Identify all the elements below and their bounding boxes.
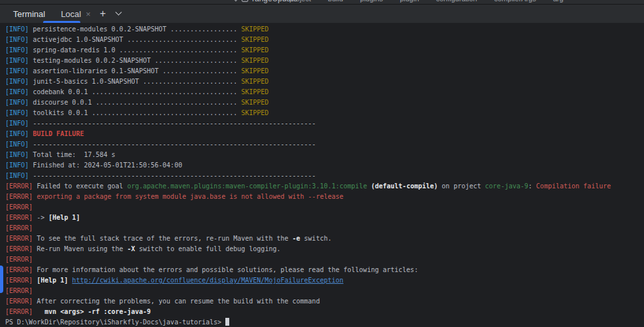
terminal-line: [INFO] discourse 0.0.1 .................… (5, 97, 644, 108)
terminal-text-segment: SKIPPED (241, 36, 268, 43)
terminal-text-segment: [INFO] (5, 36, 33, 43)
chevron-down-icon[interactable] (116, 9, 122, 15)
terminal-text-segment: [ERROR] (5, 245, 37, 252)
terminal-text-segment: To see the full stack trace of the error… (37, 235, 292, 242)
terminal-cursor (225, 318, 229, 326)
terminal-text-segment: testing-modules 0.0.2-SNAPSHOT .........… (33, 57, 241, 64)
breadcrumb-item[interactable]: build (328, 0, 343, 3)
terminal-text-segment: -> (37, 214, 48, 221)
terminal-text-segment: [ERROR] (5, 224, 33, 232)
breadcrumb-item[interactable]: compilerArgs (494, 0, 536, 3)
terminal-text-segment: [ERROR] (5, 235, 37, 242)
terminal-text-segment: [INFO] (5, 151, 33, 158)
terminal-output[interactable]: [INFO] persistence-modules 0.0.2-SNAPSHO… (0, 23, 644, 326)
breadcrumb-item[interactable]: arg (553, 0, 564, 3)
folded-xml-element[interactable]: rangeUpdate (234, 0, 297, 3)
terminal-text-segment: Compilation failure (536, 182, 611, 190)
terminal-line: [ERROR] (5, 202, 644, 213)
terminal-text-segment: [ERROR] (5, 203, 33, 211)
terminal-line: [ERROR] (5, 223, 644, 233)
terminal-line: [ERROR] After correcting the problems, y… (5, 296, 644, 307)
terminal-text-segment: [ERROR] (5, 298, 37, 305)
terminal-line: [INFO] codebank 0.0.1 ..................… (5, 87, 644, 97)
terminal-text-segment: SKIPPED (241, 88, 268, 95)
terminal-text-segment: spring-data-redis 1.0 ..................… (33, 46, 241, 54)
terminal-text-segment: [INFO] (5, 57, 33, 64)
terminal-text-segment: core-java-9 (485, 182, 528, 190)
breadcrumb-item[interactable]: plugin (400, 0, 419, 3)
terminal-text-segment: [INFO] (5, 78, 33, 85)
terminal-text-segment: [ERROR] (5, 256, 33, 263)
scroll-indicator[interactable] (0, 266, 3, 293)
terminal-line: PS D:\WorkDir\Repository\iSharkfly-Docs\… (5, 317, 644, 326)
terminal-line: [INFO] Finished at: 2024-05-01T21:50:56-… (5, 160, 644, 171)
terminal-text-segment: [INFO] (5, 172, 33, 179)
terminal-text-segment: SKIPPED (241, 26, 268, 33)
terminal-title: Terminal (13, 9, 45, 19)
terminal-text-segment: After correcting the problems, you can r… (37, 298, 319, 305)
breadcrumb-item[interactable]: plugins (360, 0, 383, 3)
xml-tag-icon (242, 0, 248, 2)
error-help-link[interactable]: http://cwiki.apache.org/confluence/displ… (72, 277, 343, 284)
terminal-text-segment: Failed to execute goal (37, 182, 127, 190)
terminal-line: [INFO] ---------------------------------… (5, 139, 644, 150)
terminal-text-segment: SKIPPED (241, 67, 268, 75)
terminal-text-segment: [Help 1] (48, 214, 80, 221)
terminal-text-segment: -X (127, 245, 135, 252)
terminal-text-segment: codebank 0.0.1 .........................… (33, 88, 241, 95)
terminal-text-segment: [INFO] (5, 99, 33, 106)
terminal-text-segment: [ERROR] (5, 182, 37, 190)
terminal-text-segment: SKIPPED (241, 57, 268, 64)
terminal-line: [INFO] toolkits 0.0.1 ..................… (5, 108, 644, 118)
new-terminal-button[interactable]: + (100, 9, 106, 19)
terminal-text-segment: ----------------------------------------… (33, 141, 315, 148)
terminal-line: [INFO] spring-data-redis 1.0 ...........… (5, 45, 644, 56)
terminal-text-segment: PS D:\WorkDir\Repository\iSharkfly-Docs\… (5, 318, 221, 326)
terminal-text-segment: [ERROR] (5, 266, 37, 273)
terminal-text-segment: switch. (300, 235, 332, 242)
terminal-line: [INFO] ---------------------------------… (5, 171, 644, 181)
terminal-text-segment: ----------------------------------------… (33, 120, 315, 127)
terminal-text-segment: switch to enable full debug logging. (135, 245, 281, 252)
terminal-line: [INFO] activejdbc 1.0-SNAPSHOT .........… (5, 35, 644, 45)
terminal-line: [ERROR] Failed to execute goal org.apach… (5, 181, 644, 192)
terminal-line: [INFO] testing-modules 0.0.2-SNAPSHOT ..… (5, 56, 644, 66)
terminal-line: [INFO] BUILD FAILURE (5, 129, 644, 139)
breadcrumb-item[interactable]: configuration (436, 0, 477, 3)
tab-local[interactable]: Local × (61, 9, 91, 19)
terminal-line: [INFO] assertion-libraries 0.1-SNAPSHOT … (5, 66, 644, 77)
terminal-text-segment: [INFO] (5, 162, 33, 169)
terminal-text-segment: SKIPPED (241, 109, 268, 116)
terminal-text-segment: [INFO] (5, 67, 33, 75)
close-icon[interactable]: × (86, 10, 91, 18)
terminal-text-segment: SKIPPED (241, 78, 268, 85)
terminal-text-segment: [INFO] (5, 120, 33, 127)
breadcrumb: projectbuildpluginspluginconfigurationco… (289, 0, 564, 3)
terminal-text-segment: -e (293, 235, 300, 242)
terminal-text-segment: SKIPPED (241, 46, 268, 54)
terminal-line: [ERROR] mvn <args> -rf :core-java-9 (5, 307, 644, 317)
terminal-text-segment: toolkits 0.0.1 .........................… (33, 109, 241, 116)
terminal-text-segment: [INFO] (5, 109, 33, 116)
breadcrumb-item[interactable]: project (289, 0, 311, 3)
terminal-text-segment: mvn <args> -rf :core-java-9 (44, 308, 151, 315)
terminal-text-segment: Finished at: 2024-05-01T21:50:56-04:00 (33, 162, 182, 169)
terminal-line: [ERROR] exporting a package from system … (5, 192, 644, 202)
terminal-text-segment: [ERROR] (5, 193, 37, 200)
terminal-text-segment (37, 308, 44, 315)
terminal-text-segment: [INFO] (5, 130, 33, 137)
terminal-line: [ERROR] (5, 254, 644, 265)
terminal-text-segment: assertion-libraries 0.1-SNAPSHOT .......… (33, 67, 241, 75)
terminal-line: [ERROR] [Help 1] http://cwiki.apache.org… (5, 275, 644, 286)
ide-window: rangeUpdate projectbuildpluginsplugincon… (0, 0, 644, 327)
terminal-line: [INFO] junit-5-basics 1.0-SNAPSHOT .....… (5, 77, 644, 87)
chevron-down-icon[interactable] (233, 0, 238, 1)
terminal-text-segment: Total time: 17.584 s (33, 151, 115, 158)
terminal-text-segment: [ERROR] (5, 308, 37, 315)
terminal-text-segment: : (528, 182, 536, 190)
terminal-line: [ERROR] Re-run Maven using the -X switch… (5, 244, 644, 254)
terminal-line: [ERROR] For more information about the e… (5, 265, 644, 275)
terminal-line: [ERROR] To see the full stack trace of t… (5, 233, 644, 244)
terminal-text-segment: [ERROR] (5, 287, 33, 294)
terminal-line: [INFO] persistence-modules 0.0.2-SNAPSHO… (5, 24, 644, 35)
